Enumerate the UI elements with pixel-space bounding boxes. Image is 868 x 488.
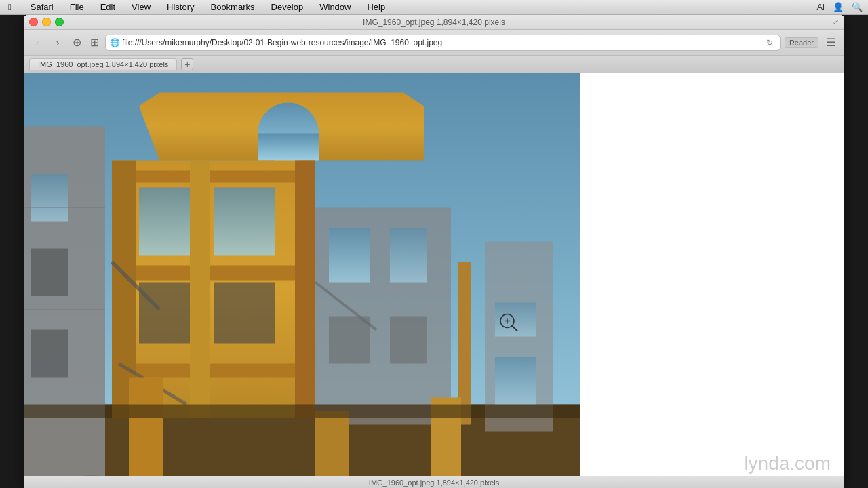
image-display — [24, 73, 580, 488]
svg-rect-21 — [295, 161, 315, 418]
close-button[interactable] — [29, 18, 38, 26]
content-area: lynda.com — [24, 73, 844, 488]
svg-rect-20 — [190, 161, 210, 418]
svg-rect-25 — [329, 317, 370, 364]
edit-menu[interactable]: Edit — [98, 1, 118, 13]
help-menu[interactable]: Help — [364, 1, 388, 13]
svg-rect-24 — [390, 228, 427, 283]
svg-rect-4 — [31, 249, 68, 296]
svg-rect-34 — [129, 378, 163, 489]
tab-bar: IMG_1960_opt.jpeg 1,894×1,420 pixels + — [24, 56, 844, 73]
window-title: IMG_1960_opt.jpeg 1,894×1,420 pixels — [363, 18, 505, 27]
expand-icon[interactable]: ⤢ — [833, 18, 839, 26]
show-tabs-button[interactable]: ⊞ — [87, 36, 101, 49]
reader-button[interactable]: Reader — [785, 37, 818, 48]
forward-button[interactable]: › — [50, 35, 66, 51]
status-bar: IMG_1960_opt.jpeg 1,894×1,420 pixels — [24, 476, 844, 488]
title-bar: IMG_1960_opt.jpeg 1,894×1,420 pixels ⤢ — [24, 15, 844, 30]
window-menu[interactable]: Window — [317, 1, 353, 13]
maximize-button[interactable] — [55, 18, 64, 26]
status-text: IMG_1960_opt.jpeg 1,894×1,420 pixels — [369, 479, 499, 487]
svg-rect-17 — [112, 171, 315, 183]
mac-menubar:  Safari File Edit View History Bookmark… — [0, 0, 868, 15]
svg-rect-18 — [112, 364, 315, 378]
safari-window: IMG_1960_opt.jpeg 1,894×1,420 pixels ⤢ ‹… — [24, 15, 844, 488]
svg-rect-30 — [495, 303, 536, 337]
develop-menu[interactable]: Develop — [269, 1, 307, 13]
back-button[interactable]: ‹ — [29, 35, 45, 51]
minimize-button[interactable] — [42, 18, 51, 26]
file-menu[interactable]: File — [67, 1, 87, 13]
svg-rect-10 — [258, 134, 319, 161]
svg-rect-16 — [112, 266, 315, 281]
svg-rect-14 — [139, 283, 193, 344]
apple-menu[interactable]:  — [5, 1, 14, 13]
globe-icon: 🌐 — [110, 38, 119, 47]
toolbar: ‹ › ⊕ ⊞ 🌐 file:///Users/mikemurphy/Deskt… — [24, 30, 844, 56]
safari-menu[interactable]: Safari — [28, 1, 56, 13]
view-menu[interactable]: View — [129, 1, 153, 13]
lynda-watermark: lynda.com — [744, 453, 831, 474]
search-icon[interactable]: 🔍 — [852, 2, 863, 12]
svg-rect-29 — [495, 357, 536, 405]
menubar-right-icons: Ai 👤 🔍 — [816, 2, 863, 12]
new-tab-plus-button[interactable]: + — [181, 58, 193, 70]
svg-rect-13 — [214, 188, 275, 256]
svg-rect-37 — [24, 405, 580, 418]
new-tab-button[interactable]: ⊕ — [70, 36, 83, 49]
address-bar[interactable]: 🌐 file:///Users/mikemurphy/Desktop/02-01… — [105, 35, 781, 51]
svg-rect-15 — [214, 283, 275, 344]
traffic-lights — [29, 18, 64, 26]
svg-rect-12 — [139, 188, 193, 256]
sidebar-button[interactable]: ☰ — [823, 35, 839, 51]
bookmarks-menu[interactable]: Bookmarks — [208, 1, 257, 13]
adobe-icon[interactable]: Ai — [816, 2, 825, 12]
user-icon[interactable]: 👤 — [833, 2, 844, 12]
svg-rect-26 — [390, 317, 427, 364]
url-text: file:///Users/mikemurphy/Desktop/02-01-B… — [122, 38, 764, 47]
refresh-button[interactable]: ↻ — [766, 38, 776, 47]
svg-rect-3 — [31, 174, 68, 222]
svg-rect-23 — [329, 228, 370, 283]
building-image — [24, 73, 580, 488]
svg-rect-5 — [31, 330, 68, 378]
white-space-area: lynda.com — [580, 73, 844, 488]
active-tab[interactable]: IMG_1960_opt.jpeg 1,894×1,420 pixels — [29, 58, 177, 70]
history-menu[interactable]: History — [164, 1, 197, 13]
